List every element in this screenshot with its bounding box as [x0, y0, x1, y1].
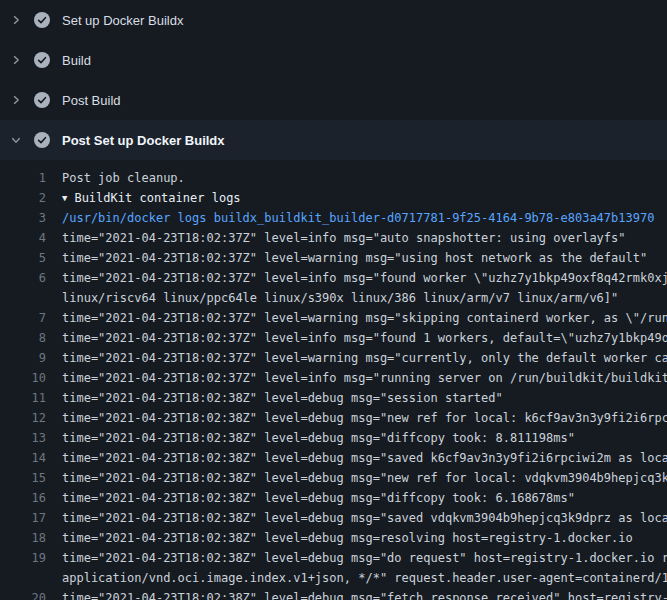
line-text: time="2021-04-23T18:02:37Z" level=info m… — [62, 328, 667, 348]
line-number[interactable]: 17 — [0, 508, 46, 528]
line-number[interactable]: 4 — [0, 228, 46, 248]
line-text: time="2021-04-23T18:02:37Z" level=info m… — [62, 368, 667, 388]
log-command-text: /usr/bin/docker logs buildx_buildkit_bui… — [62, 208, 654, 228]
line-number[interactable]: 10 — [0, 368, 46, 388]
step-label: Post Set up Docker Buildx — [62, 133, 225, 148]
line-text: time="2021-04-23T18:02:38Z" level=debug … — [62, 488, 575, 508]
step-header-post-set-up-docker-buildx[interactable]: Post Set up Docker Buildx — [0, 120, 667, 160]
step-label: Post Build — [62, 93, 121, 108]
line-number[interactable]: 15 — [0, 468, 46, 488]
log-line: 5 time="2021-04-23T18:02:37Z" level=warn… — [0, 248, 667, 268]
log-line: 17 time="2021-04-23T18:02:38Z" level=deb… — [0, 508, 667, 528]
log-line: 4 time="2021-04-23T18:02:37Z" level=info… — [0, 228, 667, 248]
line-number[interactable]: 3 — [0, 208, 46, 228]
line-text: time="2021-04-23T18:02:37Z" level=warnin… — [62, 308, 667, 328]
line-number[interactable]: 7 — [0, 308, 46, 328]
log-line: 8 time="2021-04-23T18:02:37Z" level=info… — [0, 328, 667, 348]
line-number[interactable]: 5 — [0, 248, 46, 268]
line-number[interactable]: 19 — [0, 548, 46, 568]
log-line: 12 time="2021-04-23T18:02:38Z" level=deb… — [0, 408, 667, 428]
log-line: 9 time="2021-04-23T18:02:37Z" level=warn… — [0, 348, 667, 368]
line-text: time="2021-04-23T18:02:38Z" level=debug … — [62, 548, 667, 568]
log-line: 10 time="2021-04-23T18:02:37Z" level=inf… — [0, 368, 667, 388]
line-number[interactable]: 14 — [0, 448, 46, 468]
line-number[interactable]: 6 — [0, 268, 46, 288]
check-circle-icon — [34, 132, 50, 148]
step-label: Set up Docker Buildx — [62, 13, 183, 28]
log-line-wrap: linux/riscv64 linux/ppc64le linux/s390x … — [0, 288, 667, 308]
log-line: 2 ▼BuildKit container logs — [0, 188, 667, 208]
line-text: time="2021-04-23T18:02:37Z" level=warnin… — [62, 248, 647, 268]
chevron-icon — [10, 134, 22, 146]
log-line: 1 Post job cleanup. — [0, 168, 667, 188]
line-number[interactable]: 11 — [0, 388, 46, 408]
log-line: 11 time="2021-04-23T18:02:38Z" level=deb… — [0, 388, 667, 408]
step-header-post-build[interactable]: Post Build — [0, 80, 667, 120]
log-line: 18 time="2021-04-23T18:02:38Z" level=deb… — [0, 528, 667, 548]
line-number[interactable]: 20 — [0, 588, 46, 600]
log-line: 3 /usr/bin/docker logs buildx_buildkit_b… — [0, 208, 667, 228]
step-header-set-up-docker-buildx[interactable]: Set up Docker Buildx — [0, 0, 667, 40]
step-list: Set up Docker Buildx Build P — [0, 0, 667, 160]
line-text: application/vnd.oci.image.index.v1+json,… — [62, 568, 667, 588]
line-text: time="2021-04-23T18:02:38Z" level=debug … — [62, 508, 667, 528]
line-text: time="2021-04-23T18:02:37Z" level=info m… — [62, 228, 626, 248]
line-text: time="2021-04-23T18:02:37Z" level=warnin… — [62, 348, 667, 368]
line-text: time="2021-04-23T18:02:37Z" level=info m… — [62, 268, 667, 288]
log-line: 13 time="2021-04-23T18:02:38Z" level=deb… — [0, 428, 667, 448]
log-group-header[interactable]: ▼BuildKit container logs — [62, 188, 241, 208]
actions-log-viewer: Set up Docker Buildx Build P — [0, 0, 667, 600]
step-header-build[interactable]: Build — [0, 40, 667, 80]
line-number[interactable]: 9 — [0, 348, 46, 368]
line-text: Post job cleanup. — [62, 168, 185, 188]
log-area: 1 Post job cleanup. 2 ▼BuildKit containe… — [0, 160, 667, 600]
step-label: Build — [62, 53, 91, 68]
log-line: 16 time="2021-04-23T18:02:38Z" level=deb… — [0, 488, 667, 508]
line-number[interactable]: 16 — [0, 488, 46, 508]
group-collapse-triangle-icon[interactable]: ▼ — [62, 193, 67, 203]
log-line: 20 time="2021-04-23T18:02:38Z" level=deb… — [0, 588, 667, 600]
line-number[interactable] — [0, 288, 46, 308]
log-line: 19 time="2021-04-23T18:02:38Z" level=deb… — [0, 548, 667, 568]
check-circle-icon — [34, 52, 50, 68]
line-number[interactable]: 12 — [0, 408, 46, 428]
log-line: 6 time="2021-04-23T18:02:37Z" level=info… — [0, 268, 667, 288]
check-circle-icon — [34, 92, 50, 108]
chevron-icon — [10, 54, 22, 66]
log-line: 7 time="2021-04-23T18:02:37Z" level=warn… — [0, 308, 667, 328]
line-number[interactable]: 1 — [0, 168, 46, 188]
line-text: time="2021-04-23T18:02:38Z" level=debug … — [62, 388, 503, 408]
log-line-wrap: application/vnd.oci.image.index.v1+json,… — [0, 568, 667, 588]
log-line: 15 time="2021-04-23T18:02:38Z" level=deb… — [0, 468, 667, 488]
line-text: time="2021-04-23T18:02:38Z" level=debug … — [62, 408, 667, 428]
line-text: linux/riscv64 linux/ppc64le linux/s390x … — [62, 288, 618, 308]
line-text: time="2021-04-23T18:02:38Z" level=debug … — [62, 468, 667, 488]
line-number[interactable] — [0, 568, 46, 588]
chevron-icon — [10, 94, 22, 106]
line-text: time="2021-04-23T18:02:38Z" level=debug … — [62, 588, 667, 600]
chevron-icon — [10, 14, 22, 26]
check-circle-icon — [34, 12, 50, 28]
line-number[interactable]: 18 — [0, 528, 46, 548]
line-text: time="2021-04-23T18:02:38Z" level=debug … — [62, 528, 633, 548]
line-text: time="2021-04-23T18:02:38Z" level=debug … — [62, 448, 667, 468]
log-line: 14 time="2021-04-23T18:02:38Z" level=deb… — [0, 448, 667, 468]
line-number[interactable]: 8 — [0, 328, 46, 348]
line-text: time="2021-04-23T18:02:38Z" level=debug … — [62, 428, 575, 448]
line-number[interactable]: 2 — [0, 188, 46, 208]
line-number[interactable]: 13 — [0, 428, 46, 448]
